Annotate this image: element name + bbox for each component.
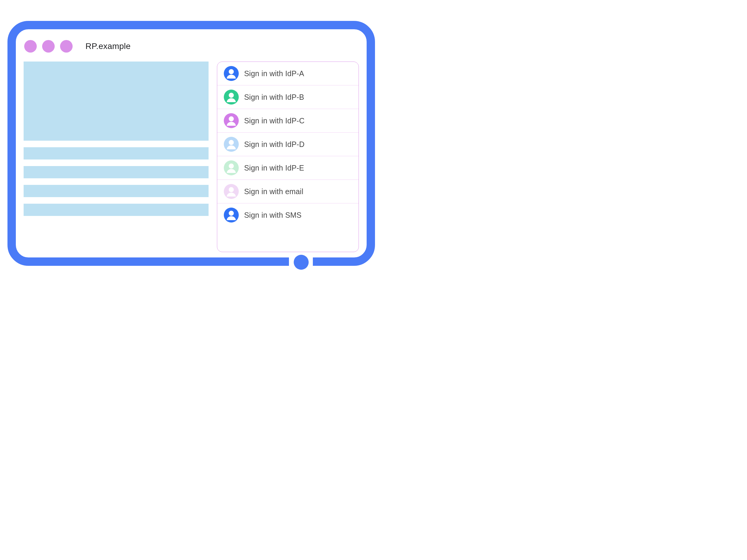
browser-body: Sign in with IdP-A Sign in with IdP-B Si… [21, 61, 361, 252]
window-control-dot[interactable] [42, 40, 55, 53]
signin-option-idp-d[interactable]: Sign in with IdP-D [217, 133, 359, 156]
home-button[interactable] [294, 255, 309, 270]
browser-header: RP.example [21, 35, 361, 61]
svg-point-11 [229, 187, 234, 192]
person-icon [224, 160, 239, 175]
signin-label: Sign in with IdP-B [244, 93, 304, 102]
signin-option-idp-c[interactable]: Sign in with IdP-C [217, 109, 359, 133]
svg-point-7 [229, 140, 234, 145]
svg-point-13 [229, 211, 234, 216]
browser-window: RP.example Sign in with IdP-A [21, 35, 361, 252]
content-hero-placeholder [24, 61, 209, 141]
signin-label: Sign in with IdP-C [244, 116, 305, 125]
url-bar: RP.example [85, 42, 131, 51]
signin-option-sms[interactable]: Sign in with SMS [217, 204, 359, 227]
page-content-placeholder [24, 61, 209, 252]
person-icon [224, 137, 239, 152]
content-line-placeholder [24, 147, 209, 159]
content-line-placeholder [24, 185, 209, 197]
signin-option-idp-b[interactable]: Sign in with IdP-B [217, 85, 359, 109]
signin-option-idp-a[interactable]: Sign in with IdP-A [217, 62, 359, 85]
signin-label: Sign in with IdP-A [244, 69, 304, 78]
signin-option-idp-e[interactable]: Sign in with IdP-E [217, 156, 359, 180]
content-line-placeholder [24, 166, 209, 178]
person-icon [224, 89, 239, 105]
person-icon [224, 113, 239, 128]
signin-label: Sign in with IdP-D [244, 140, 305, 149]
person-icon [224, 184, 239, 199]
svg-point-3 [229, 93, 234, 98]
person-icon [224, 208, 239, 222]
svg-point-5 [229, 116, 234, 122]
signin-label: Sign in with IdP-E [244, 164, 304, 172]
signin-panel: Sign in with IdP-A Sign in with IdP-B Si… [217, 61, 359, 252]
window-control-dot[interactable] [60, 40, 73, 53]
signin-label: Sign in with email [244, 187, 303, 196]
signin-option-email[interactable]: Sign in with email [217, 180, 359, 204]
traffic-lights [24, 40, 73, 53]
window-control-dot[interactable] [24, 40, 37, 53]
svg-point-1 [229, 69, 234, 74]
content-line-placeholder [24, 204, 209, 216]
signin-label: Sign in with SMS [244, 211, 302, 219]
svg-point-9 [229, 164, 234, 169]
person-icon [224, 66, 239, 81]
device-frame: RP.example Sign in with IdP-A [7, 21, 375, 266]
